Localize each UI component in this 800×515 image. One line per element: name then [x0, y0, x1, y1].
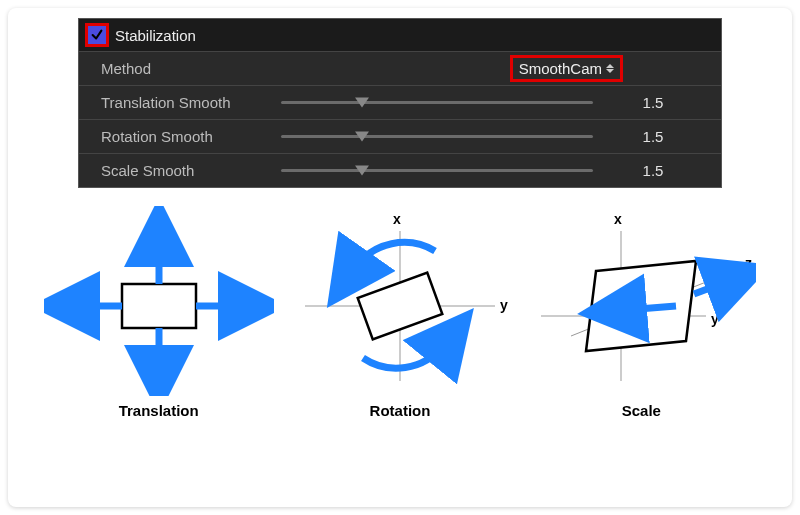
scale-svg: x y z — [526, 206, 756, 396]
rotation-smooth-slider[interactable] — [281, 128, 593, 146]
check-icon — [90, 28, 104, 42]
translation-diagram: x y Translation — [44, 206, 274, 419]
translation-caption: Translation — [119, 402, 199, 419]
stabilization-panel: Stabilization Method SmoothCam Translati… — [78, 18, 722, 188]
scale-caption: Scale — [622, 402, 661, 419]
arrow-in-icon — [626, 306, 676, 310]
arrow-ccw-bottom-icon — [363, 346, 443, 368]
updown-icon — [606, 64, 614, 73]
translation-rect — [122, 284, 196, 328]
translation-smooth-value[interactable]: 1.5 — [593, 94, 713, 111]
scale-smooth-label: Scale Smooth — [101, 162, 281, 179]
rotation-diagram: x y Rotation — [285, 206, 515, 419]
method-label: Method — [101, 60, 281, 77]
diagrams: x y Translation — [8, 206, 792, 419]
method-highlight: SmoothCam — [510, 55, 623, 82]
method-row: Method SmoothCam — [79, 51, 721, 85]
rotation-rect — [358, 273, 443, 340]
scale-diagram: x y z Scale — [526, 206, 756, 419]
translation-smooth-label: Translation Smooth — [101, 94, 281, 111]
panel-header: Stabilization — [79, 19, 721, 51]
translation-smooth-slider[interactable] — [281, 94, 593, 112]
slider-thumb[interactable] — [355, 131, 369, 141]
axis-x-label: x — [393, 211, 401, 227]
scale-smooth-row: Scale Smooth 1.5 — [79, 153, 721, 187]
method-dropdown[interactable]: SmoothCam — [513, 58, 620, 79]
translation-smooth-row: Translation Smooth 1.5 — [79, 85, 721, 119]
scale-smooth-value[interactable]: 1.5 — [593, 162, 713, 179]
axis-y-label: y — [711, 311, 719, 327]
stabilization-checkbox[interactable] — [88, 26, 106, 44]
checkbox-highlight — [85, 23, 109, 47]
axis-x-label: x — [614, 211, 622, 227]
axis-x-label: x — [152, 211, 160, 227]
arrow-out-icon — [694, 282, 726, 294]
method-value: SmoothCam — [519, 60, 602, 77]
rotation-svg: x y — [285, 206, 515, 396]
axis-y-label: y — [500, 297, 508, 313]
card: Stabilization Method SmoothCam Translati… — [8, 8, 792, 507]
rotation-smooth-row: Rotation Smooth 1.5 — [79, 119, 721, 153]
rotation-smooth-value[interactable]: 1.5 — [593, 128, 713, 145]
axis-y-label: y — [259, 297, 267, 313]
rotation-caption: Rotation — [370, 402, 431, 419]
rotation-smooth-label: Rotation Smooth — [101, 128, 281, 145]
axis-z-label: z — [745, 255, 752, 271]
scale-smooth-slider[interactable] — [281, 162, 593, 180]
arrow-ccw-top-icon — [355, 242, 435, 268]
slider-thumb[interactable] — [355, 165, 369, 175]
translation-svg: x y — [44, 206, 274, 396]
panel-title: Stabilization — [115, 27, 196, 44]
slider-thumb[interactable] — [355, 97, 369, 107]
